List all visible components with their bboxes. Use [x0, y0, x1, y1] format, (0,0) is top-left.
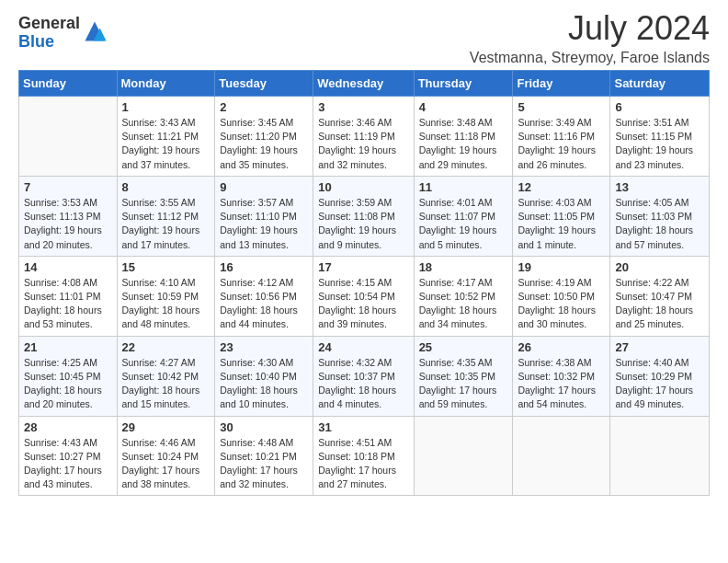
calendar-cell: 8Sunrise: 3:55 AMSunset: 11:12 PMDayligh…: [117, 176, 215, 256]
week-row-0: 1Sunrise: 3:43 AMSunset: 11:21 PMDayligh…: [19, 97, 710, 177]
weekday-header-sunday: Sunday: [19, 71, 118, 97]
day-number: 20: [615, 260, 704, 274]
day-info: Sunrise: 4:10 AMSunset: 10:59 PMDaylight…: [122, 276, 210, 332]
calendar-cell: [19, 97, 118, 177]
calendar-cell: 31Sunrise: 4:51 AMSunset: 10:18 PMDaylig…: [313, 416, 414, 496]
calendar-cell: 27Sunrise: 4:40 AMSunset: 10:29 PMDaylig…: [610, 336, 710, 416]
day-info: Sunrise: 4:38 AMSunset: 10:32 PMDaylight…: [518, 356, 605, 412]
week-row-3: 21Sunrise: 4:25 AMSunset: 10:45 PMDaylig…: [19, 336, 710, 416]
calendar-cell: 25Sunrise: 4:35 AMSunset: 10:35 PMDaylig…: [414, 336, 513, 416]
day-info: Sunrise: 3:45 AMSunset: 11:20 PMDaylight…: [220, 116, 308, 172]
day-number: 7: [24, 180, 112, 194]
calendar-cell: [513, 416, 610, 496]
day-info: Sunrise: 3:51 AMSunset: 11:15 PMDaylight…: [615, 116, 704, 172]
calendar-cell: 22Sunrise: 4:27 AMSunset: 10:42 PMDaylig…: [117, 336, 215, 416]
day-number: 1: [122, 100, 210, 114]
title-area: July 2024 Vestmanna, Streymoy, Faroe Isl…: [470, 9, 710, 66]
calendar-cell: 9Sunrise: 3:57 AMSunset: 11:10 PMDayligh…: [215, 176, 313, 256]
day-info: Sunrise: 4:12 AMSunset: 10:56 PMDaylight…: [220, 276, 308, 332]
day-number: 5: [518, 100, 605, 114]
calendar-cell: 2Sunrise: 3:45 AMSunset: 11:20 PMDayligh…: [215, 97, 313, 177]
calendar-cell: [610, 416, 710, 496]
day-info: Sunrise: 4:32 AMSunset: 10:37 PMDaylight…: [318, 356, 408, 412]
day-info: Sunrise: 4:51 AMSunset: 10:18 PMDaylight…: [318, 436, 408, 492]
day-info: Sunrise: 3:59 AMSunset: 11:08 PMDaylight…: [318, 196, 408, 252]
day-number: 16: [220, 260, 308, 274]
day-number: 6: [615, 100, 704, 114]
day-number: 17: [318, 260, 408, 274]
week-row-2: 14Sunrise: 4:08 AMSunset: 11:01 PMDaylig…: [19, 256, 710, 336]
day-info: Sunrise: 3:43 AMSunset: 11:21 PMDaylight…: [122, 116, 210, 172]
day-info: Sunrise: 4:05 AMSunset: 11:03 PMDaylight…: [615, 196, 704, 252]
day-number: 4: [419, 100, 508, 114]
calendar-cell: 28Sunrise: 4:43 AMSunset: 10:27 PMDaylig…: [19, 416, 118, 496]
day-info: Sunrise: 4:27 AMSunset: 10:42 PMDaylight…: [122, 356, 210, 412]
day-info: Sunrise: 4:19 AMSunset: 10:50 PMDaylight…: [518, 276, 605, 332]
day-info: Sunrise: 4:35 AMSunset: 10:35 PMDaylight…: [419, 356, 508, 412]
day-number: 18: [419, 260, 508, 274]
calendar-cell: 14Sunrise: 4:08 AMSunset: 11:01 PMDaylig…: [19, 256, 118, 336]
day-number: 29: [122, 420, 210, 434]
day-info: Sunrise: 4:30 AMSunset: 10:40 PMDaylight…: [220, 356, 308, 412]
calendar: SundayMondayTuesdayWednesdayThursdayFrid…: [18, 70, 710, 496]
day-number: 2: [220, 100, 308, 114]
location-title: Vestmanna, Streymoy, Faroe Islands: [470, 50, 710, 66]
day-info: Sunrise: 3:48 AMSunset: 11:18 PMDaylight…: [419, 116, 508, 172]
logo-general: General: [18, 15, 80, 33]
day-info: Sunrise: 4:25 AMSunset: 10:45 PMDaylight…: [24, 356, 112, 412]
weekday-header-saturday: Saturday: [610, 71, 710, 97]
calendar-cell: 3Sunrise: 3:46 AMSunset: 11:19 PMDayligh…: [313, 97, 414, 177]
day-number: 24: [318, 340, 408, 354]
calendar-cell: 30Sunrise: 4:48 AMSunset: 10:21 PMDaylig…: [215, 416, 313, 496]
day-info: Sunrise: 3:57 AMSunset: 11:10 PMDaylight…: [220, 196, 308, 252]
day-number: 14: [24, 260, 112, 274]
day-number: 19: [518, 260, 605, 274]
calendar-cell: 26Sunrise: 4:38 AMSunset: 10:32 PMDaylig…: [513, 336, 610, 416]
calendar-cell: 18Sunrise: 4:17 AMSunset: 10:52 PMDaylig…: [414, 256, 513, 336]
header: General Blue July 2024 Vestmanna, Streym…: [18, 9, 710, 66]
calendar-cell: 16Sunrise: 4:12 AMSunset: 10:56 PMDaylig…: [215, 256, 313, 336]
calendar-cell: 1Sunrise: 3:43 AMSunset: 11:21 PMDayligh…: [117, 97, 215, 177]
calendar-cell: 13Sunrise: 4:05 AMSunset: 11:03 PMDaylig…: [610, 176, 710, 256]
day-info: Sunrise: 4:15 AMSunset: 10:54 PMDaylight…: [318, 276, 408, 332]
calendar-cell: 17Sunrise: 4:15 AMSunset: 10:54 PMDaylig…: [313, 256, 414, 336]
day-number: 15: [122, 260, 210, 274]
day-number: 25: [419, 340, 508, 354]
day-info: Sunrise: 4:43 AMSunset: 10:27 PMDaylight…: [24, 436, 112, 492]
day-number: 13: [615, 180, 704, 194]
calendar-cell: 21Sunrise: 4:25 AMSunset: 10:45 PMDaylig…: [19, 336, 118, 416]
day-info: Sunrise: 4:08 AMSunset: 11:01 PMDaylight…: [24, 276, 112, 332]
logo-text: General Blue: [18, 15, 80, 52]
calendar-cell: 5Sunrise: 3:49 AMSunset: 11:16 PMDayligh…: [513, 97, 610, 177]
day-number: 11: [419, 180, 508, 194]
logo-icon: [82, 18, 108, 44]
logo-blue: Blue: [18, 33, 80, 52]
day-number: 10: [318, 180, 408, 194]
day-number: 31: [318, 420, 408, 434]
day-number: 22: [122, 340, 210, 354]
weekday-header-friday: Friday: [513, 71, 610, 97]
day-info: Sunrise: 3:49 AMSunset: 11:16 PMDaylight…: [518, 116, 605, 172]
day-info: Sunrise: 4:22 AMSunset: 10:47 PMDaylight…: [615, 276, 704, 332]
day-info: Sunrise: 3:46 AMSunset: 11:19 PMDaylight…: [318, 116, 408, 172]
week-row-1: 7Sunrise: 3:53 AMSunset: 11:13 PMDayligh…: [19, 176, 710, 256]
day-number: 30: [220, 420, 308, 434]
calendar-cell: 12Sunrise: 4:03 AMSunset: 11:05 PMDaylig…: [513, 176, 610, 256]
day-info: Sunrise: 3:55 AMSunset: 11:12 PMDaylight…: [122, 196, 210, 252]
calendar-cell: 19Sunrise: 4:19 AMSunset: 10:50 PMDaylig…: [513, 256, 610, 336]
day-number: 21: [24, 340, 112, 354]
calendar-cell: 23Sunrise: 4:30 AMSunset: 10:40 PMDaylig…: [215, 336, 313, 416]
calendar-cell: 6Sunrise: 3:51 AMSunset: 11:15 PMDayligh…: [610, 97, 710, 177]
day-number: 8: [122, 180, 210, 194]
calendar-cell: 20Sunrise: 4:22 AMSunset: 10:47 PMDaylig…: [610, 256, 710, 336]
calendar-cell: 11Sunrise: 4:01 AMSunset: 11:07 PMDaylig…: [414, 176, 513, 256]
calendar-cell: 7Sunrise: 3:53 AMSunset: 11:13 PMDayligh…: [19, 176, 118, 256]
day-number: 26: [518, 340, 605, 354]
day-number: 27: [615, 340, 704, 354]
weekday-header-monday: Monday: [117, 71, 215, 97]
day-number: 23: [220, 340, 308, 354]
week-row-4: 28Sunrise: 4:43 AMSunset: 10:27 PMDaylig…: [19, 416, 710, 496]
logo: General Blue: [18, 15, 108, 52]
month-title: July 2024: [470, 9, 710, 48]
calendar-cell: [414, 416, 513, 496]
